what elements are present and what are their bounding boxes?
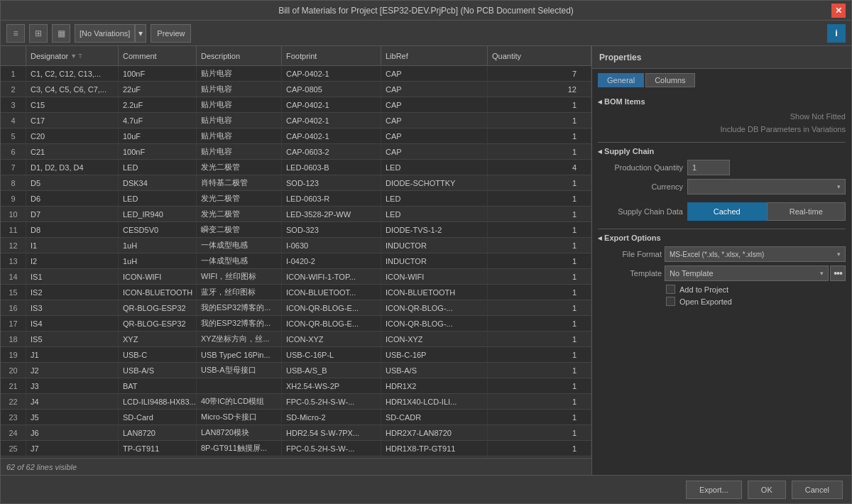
table-row[interactable]: 17 IS4 QR-BLOG-ESP32 我的ESP32博客的... ICON-… <box>1 316 591 332</box>
currency-select[interactable]: ▾ <box>687 179 846 195</box>
realtime-button[interactable]: Real-time <box>767 202 846 221</box>
bom-items-options: Show Not Fitted Include DB Parameters in… <box>598 109 846 139</box>
col-header-description[interactable]: Description <box>197 46 282 65</box>
table-row[interactable]: 6 C21 100nF 贴片电容 CAP-0603-2 CAP 1 <box>1 144 591 160</box>
cell-footprint: CAP-0603-2 <box>282 144 381 159</box>
cell-quantity: 1 <box>488 285 591 300</box>
cell-num: 5 <box>1 128 26 143</box>
cached-button[interactable]: Cached <box>687 202 767 221</box>
cell-footprint: CAP-0402-1 <box>282 66 381 81</box>
template-select[interactable]: No Template ▾ <box>665 265 829 281</box>
cell-num: 18 <box>1 332 26 346</box>
add-to-project-checkbox[interactable] <box>666 285 675 294</box>
table-row[interactable]: 4 C17 4.7uF 贴片电容 CAP-0402-1 CAP 1 <box>1 113 591 128</box>
cell-num: 10 <box>1 207 26 221</box>
cell-description: USB-A型母接口 <box>197 363 282 378</box>
cell-designator: C3, C4, C5, C6, C7,... <box>26 82 119 97</box>
currency-label: Currency <box>598 182 683 191</box>
template-dots-button[interactable]: ••• <box>830 265 846 281</box>
table-row[interactable]: 10 D7 LED_IR940 发光二极管 LED-3528-2P-WW LED… <box>1 207 591 222</box>
preview-button[interactable]: Preview <box>151 24 191 43</box>
production-quantity-input[interactable] <box>687 160 730 175</box>
table-row[interactable]: 22 J4 LCD-ILI9488-HX83... 40带IC的LCD模组 FP… <box>1 394 591 410</box>
table-row[interactable]: 3 C15 2.2uF 贴片电容 CAP-0402-1 CAP 1 <box>1 97 591 113</box>
table-row[interactable]: 18 IS5 XYZ XYZ坐标方向，丝... ICON-XYZ ICON-XY… <box>1 332 591 347</box>
cell-designator: J1 <box>26 347 119 362</box>
table-row[interactable]: 13 I2 1uH 一体成型电感 I-0420-2 INDUCTOR 1 <box>1 253 591 269</box>
cancel-button[interactable]: Cancel <box>792 481 843 499</box>
cell-footprint: ICON-QR-BLOG-E... <box>282 300 381 315</box>
table-row[interactable]: 5 C20 10uF 贴片电容 CAP-0402-1 CAP 1 <box>1 128 591 144</box>
table-row[interactable]: 20 J2 USB-A/S USB-A型母接口 USB-A/S_B USB-A/… <box>1 363 591 378</box>
file-format-select-wrap: MS-Excel (*.xls, *.xlsx, *.xlsm) ▾ <box>665 246 846 262</box>
cell-libref: ICON-XYZ <box>381 332 488 346</box>
col-header-quantity[interactable]: Quantity <box>488 46 591 65</box>
cell-comment: QR-BLOG-ESP32 <box>119 300 197 315</box>
tab-general[interactable]: General <box>598 73 644 87</box>
tab-columns[interactable]: Columns <box>645 73 694 87</box>
cell-designator: J5 <box>26 410 119 424</box>
cell-footprint: FPC-0.5-2H-S-W-... <box>282 441 381 456</box>
list-view-icon[interactable]: ≡ <box>6 24 25 43</box>
table-row[interactable]: 21 J3 BAT XH2.54-WS-2P HDR1X2 1 <box>1 378 591 394</box>
group-view-icon[interactable]: ⊞ <box>29 24 48 43</box>
info-button[interactable]: i <box>827 24 846 43</box>
table-row[interactable]: 12 I1 1uH 一体成型电感 I-0630 INDUCTOR 1 <box>1 238 591 253</box>
table-row[interactable]: 9 D6 LED 发光二极管 LED-0603-R LED 1 <box>1 191 591 207</box>
cell-comment: LED_IR940 <box>119 207 197 221</box>
cell-description: 一体成型电感 <box>197 253 282 268</box>
table-row[interactable]: 16 IS3 QR-BLOG-ESP32 我的ESP32博客的... ICON-… <box>1 300 591 316</box>
cell-quantity: 1 <box>488 378 591 393</box>
table-row[interactable]: 23 J5 SD-Card Micro-SD卡接口 SD-Micro-2 SD-… <box>1 410 591 425</box>
table-row[interactable]: 25 J7 TP-GT911 8P-GT911触摸屏... FPC-0.5-2H… <box>1 441 591 456</box>
properties-tabs: General Columns <box>592 69 851 87</box>
export-button[interactable]: Export... <box>686 481 742 499</box>
export-options-section[interactable]: ◂ Export Options <box>598 234 846 243</box>
table-row[interactable]: 19 J1 USB-C USB TypeC 16Pin... USB-C-16P… <box>1 347 591 363</box>
ok-button[interactable]: OK <box>748 481 786 499</box>
cell-libref: ICON-BLUETOOTH <box>381 285 488 300</box>
table-row[interactable]: 11 D8 CESD5V0 瞬变二极管 SOD-323 DIODE-TVS-1-… <box>1 222 591 238</box>
close-button[interactable]: ✕ <box>831 4 846 18</box>
cell-quantity: 1 <box>488 347 591 362</box>
cell-designator: C1, C2, C12, C13,... <box>26 66 119 81</box>
col-header-num[interactable] <box>1 46 26 65</box>
title-bar: Bill of Materials for Project [ESP32-DEV… <box>1 1 851 21</box>
cell-comment: QR-BLOG-ESP32 <box>119 316 197 331</box>
cell-comment: XYZ <box>119 332 197 346</box>
cell-designator: J3 <box>26 378 119 393</box>
open-exported-checkbox[interactable] <box>666 297 675 306</box>
cell-quantity: 1 <box>488 425 591 440</box>
cell-num: 19 <box>1 347 26 362</box>
cell-footprint: CAP-0402-1 <box>282 113 381 128</box>
cell-designator: C20 <box>26 128 119 143</box>
table-row[interactable]: 24 J6 LAN8720 LAN8720模块 HDR2.54 S-W-7PX.… <box>1 425 591 441</box>
col-header-footprint[interactable]: Footprint <box>282 46 381 65</box>
cell-libref: ICON-QR-BLOG-... <box>381 316 488 331</box>
properties-content: ◂ BOM Items Show Not Fitted Include DB P… <box>592 87 851 475</box>
cell-comment: 100nF <box>119 144 197 159</box>
supply-chain-section[interactable]: ◂ Supply Chain <box>598 147 846 156</box>
col-header-libref[interactable]: LibRef <box>381 46 488 65</box>
table-row[interactable]: 1 C1, C2, C12, C13,... 100nF 贴片电容 CAP-04… <box>1 66 591 82</box>
toolbar: ≡ ⊞ ▦ [No Variations] ▾ Preview i <box>1 21 851 46</box>
table-row[interactable]: 15 IS2 ICON-BLUETOOTH 蓝牙，丝印图标 ICON-BLUET… <box>1 285 591 300</box>
cell-designator: D6 <box>26 191 119 206</box>
cell-num: 20 <box>1 363 26 378</box>
col-header-designator[interactable]: Designator ▼ T <box>26 46 119 65</box>
variations-dropdown[interactable]: ▾ <box>135 24 146 43</box>
cell-quantity: 1 <box>488 300 591 315</box>
bom-items-section[interactable]: ◂ BOM Items <box>598 97 846 106</box>
table-row[interactable]: 8 D5 DSK34 肖特基二极管 SOD-123 DIODE-SCHOTTKY… <box>1 175 591 191</box>
table-row[interactable]: 7 D1, D2, D3, D4 LED 发光二极管 LED-0603-B LE… <box>1 160 591 175</box>
col-header-comment[interactable]: Comment <box>119 46 197 65</box>
variations-select[interactable]: [No Variations] <box>75 24 135 43</box>
table-row[interactable]: 14 IS1 ICON-WIFI WIFI，丝印图标 ICON-WIFI-1-T… <box>1 269 591 285</box>
cell-quantity: 1 <box>488 191 591 206</box>
table-row[interactable]: 2 C3, C4, C5, C6, C7,... 22uF 贴片电容 CAP-0… <box>1 82 591 97</box>
file-format-select[interactable]: MS-Excel (*.xls, *.xlsx, *.xlsm) ▾ <box>665 246 846 262</box>
chart-view-icon[interactable]: ▦ <box>52 24 70 43</box>
cell-num: 21 <box>1 378 26 393</box>
cell-description: 发光二极管 <box>197 207 282 221</box>
cell-designator: C17 <box>26 113 119 128</box>
